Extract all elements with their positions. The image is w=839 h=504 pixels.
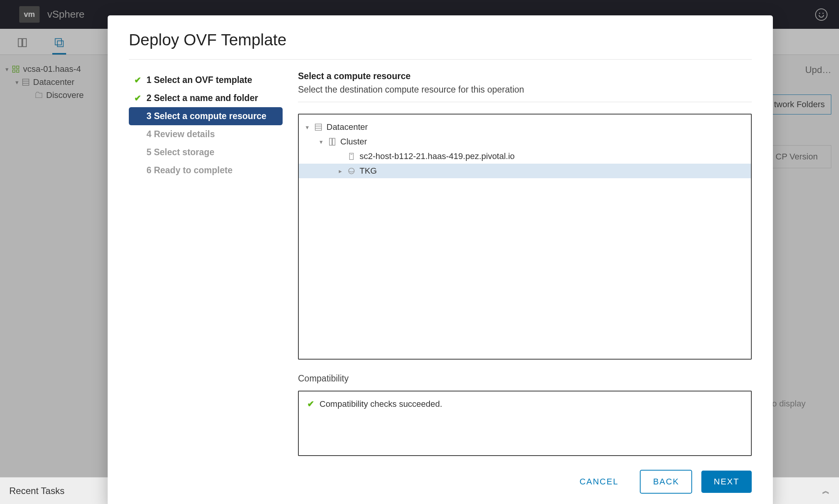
modal-footer: CANCEL BACK NEXT xyxy=(298,456,752,494)
expand-icon[interactable]: ︽ xyxy=(822,486,830,496)
compute-resource-tree[interactable]: ▾ Datacenter ▾ Cluster xyxy=(298,114,752,360)
compatibility-box: ✔ Compatibility checks succeeded. xyxy=(298,391,752,456)
tree-resource-pool[interactable]: ▸ TKG xyxy=(299,164,751,178)
wizard-step-3[interactable]: ✔ 3 Select a compute resource xyxy=(129,107,283,125)
svg-rect-11 xyxy=(315,124,322,131)
tree-host-label: sc2-host-b112-21.haas-419.pez.pivotal.io xyxy=(360,151,515,161)
panel-subtitle: Select the destination compute resource … xyxy=(298,85,752,95)
deploy-ovf-modal: Deploy OVF Template ✔ 1 Select an OVF te… xyxy=(108,15,773,504)
compatibility-label: Compatibility xyxy=(298,373,752,384)
resource-pool-icon xyxy=(347,167,356,175)
tree-pool-label: TKG xyxy=(360,166,377,176)
check-icon: ✔ xyxy=(134,75,142,85)
wizard-step-6: ✔ 6 Ready to complete xyxy=(129,161,283,179)
next-button[interactable]: NEXT xyxy=(701,471,752,493)
compatibility-message: Compatibility checks succeeded. xyxy=(320,399,442,409)
datacenter-icon xyxy=(314,123,323,131)
tree-cluster-label: Cluster xyxy=(340,137,367,147)
cluster-icon xyxy=(328,138,336,146)
wizard-step-label: 1 Select an OVF template xyxy=(146,75,252,85)
wizard-step-4: ✔ 4 Review details xyxy=(129,125,283,143)
check-icon: ✔ xyxy=(134,93,142,103)
compute-resource-panel: Select a compute resource Select the des… xyxy=(298,71,752,504)
recent-tasks-label: Recent Tasks xyxy=(9,486,65,496)
chevron-down-icon: ▾ xyxy=(318,138,324,146)
check-icon: ✔ xyxy=(307,399,314,409)
host-icon xyxy=(347,152,356,161)
svg-rect-14 xyxy=(330,138,332,145)
chevron-down-icon: ▾ xyxy=(304,124,310,131)
back-button[interactable]: BACK xyxy=(640,470,692,494)
wizard-step-label: 2 Select a name and folder xyxy=(146,93,258,103)
divider xyxy=(129,59,752,60)
wizard-step-label: 3 Select a compute resource xyxy=(146,111,266,121)
panel-title: Select a compute resource xyxy=(298,71,752,81)
tree-host[interactable]: sc2-host-b112-21.haas-419.pez.pivotal.io xyxy=(299,149,751,164)
svg-rect-16 xyxy=(350,153,353,160)
wizard-step-5: ✔ 5 Select storage xyxy=(129,143,283,161)
cancel-button[interactable]: CANCEL xyxy=(567,471,631,493)
svg-rect-15 xyxy=(333,138,335,145)
tree-cluster[interactable]: ▾ Cluster xyxy=(299,134,751,149)
divider xyxy=(298,102,752,102)
chevron-right-icon: ▸ xyxy=(337,167,343,175)
wizard-step-2[interactable]: ✔ 2 Select a name and folder xyxy=(129,89,283,107)
wizard-step-label: 6 Ready to complete xyxy=(146,165,233,176)
modal-title: Deploy OVF Template xyxy=(129,31,752,49)
wizard-step-1[interactable]: ✔ 1 Select an OVF template xyxy=(129,71,283,89)
tree-datacenter[interactable]: ▾ Datacenter xyxy=(299,120,751,134)
wizard-step-label: 4 Review details xyxy=(146,129,215,139)
tree-datacenter-label: Datacenter xyxy=(326,122,368,132)
wizard-steps: ✔ 1 Select an OVF template ✔ 2 Select a … xyxy=(129,71,283,504)
wizard-step-label: 5 Select storage xyxy=(146,147,214,158)
compatibility-result: ✔ Compatibility checks succeeded. xyxy=(307,399,742,409)
